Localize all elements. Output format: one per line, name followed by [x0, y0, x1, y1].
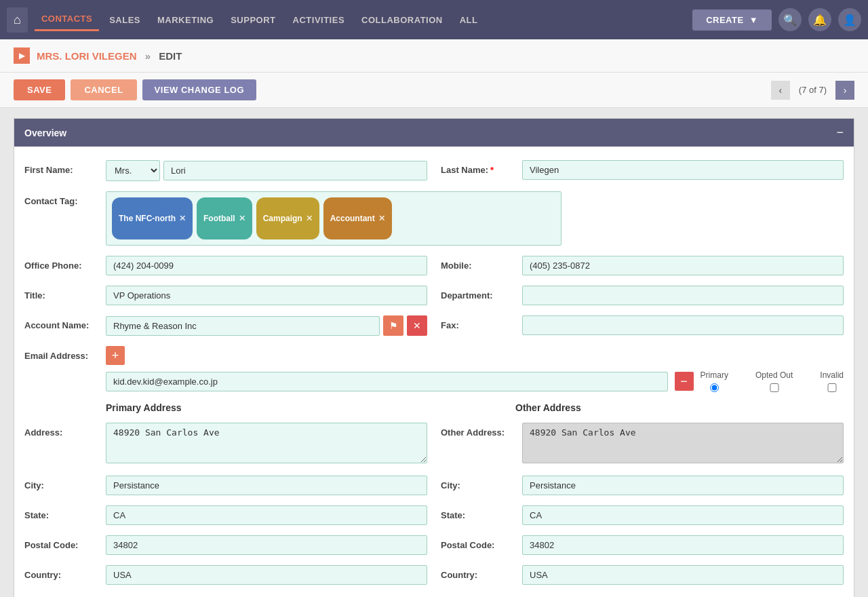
account-select-button[interactable]: ⚑: [383, 315, 403, 336]
fax-value: [522, 315, 844, 335]
tag-campaign[interactable]: Campaign ✕: [256, 197, 319, 239]
account-name-input[interactable]: [106, 316, 380, 336]
required-indicator: *: [490, 165, 494, 175]
primary-address-value: 48920 San Carlos Ave: [106, 423, 427, 465]
title-col: Title:: [24, 286, 427, 305]
email-invalid-checkbox[interactable]: [827, 383, 837, 392]
nav-sales[interactable]: SALES: [102, 9, 147, 31]
email-invalid-option: Invalid: [820, 370, 844, 392]
nav-collaboration[interactable]: COLLABORATION: [355, 9, 450, 31]
tag-football-label: Football: [203, 214, 235, 223]
nav-all[interactable]: ALL: [453, 9, 485, 31]
tag-football-remove[interactable]: ✕: [239, 214, 245, 223]
title-input[interactable]: [106, 286, 427, 305]
record-name[interactable]: MRS. LORI VILEGEN: [37, 50, 137, 62]
mobile-value: [522, 256, 844, 275]
last-name-input[interactable]: [522, 160, 844, 180]
remove-email-button[interactable]: −: [675, 372, 694, 391]
collapse-section-button[interactable]: −: [836, 126, 844, 140]
nav-marketing[interactable]: MARKETING: [151, 9, 220, 31]
salutation-select[interactable]: Mrs. Mr. Ms. Dr.: [106, 160, 160, 181]
email-primary-label: Primary: [701, 370, 728, 380]
account-row: Account Name: ⚑ ✕ Fax:: [24, 315, 844, 336]
other-city-col: City:: [441, 476, 844, 495]
previous-page-button[interactable]: ‹: [771, 81, 790, 100]
office-phone-input[interactable]: [106, 256, 427, 275]
department-input[interactable]: [522, 286, 844, 305]
first-name-value: Mrs. Mr. Ms. Dr.: [106, 160, 427, 181]
create-button[interactable]: CREATE ▼: [692, 9, 772, 31]
tag-accountant-label: Accountant: [330, 214, 375, 223]
next-page-button[interactable]: ›: [835, 81, 854, 100]
other-country-input[interactable]: [522, 565, 844, 585]
section-header: Overview −: [14, 119, 854, 147]
add-email-button[interactable]: +: [106, 346, 125, 365]
title-row: Title: Department:: [24, 286, 844, 305]
home-button[interactable]: ⌂: [7, 7, 28, 33]
tags-container[interactable]: The NFC-north ✕ Football ✕ Campaign ✕: [106, 191, 561, 246]
phone-row: Office Phone: Mobile:: [24, 256, 844, 275]
account-name-row: ⚑ ✕: [106, 315, 427, 336]
name-row: First Name: Mrs. Mr. Ms. Dr. Last Name:*: [24, 160, 844, 181]
primary-country-input[interactable]: [106, 565, 427, 585]
primary-postal-input[interactable]: [106, 535, 427, 555]
primary-country-col: Country:: [24, 565, 427, 585]
other-state-input[interactable]: [522, 505, 844, 525]
address-label: Address:: [24, 423, 99, 438]
search-icon-button[interactable]: 🔍: [778, 8, 802, 31]
overview-section: Overview − First Name: Mrs. Mr. Ms. Dr.: [14, 118, 854, 597]
breadcrumb-separator: »: [145, 50, 151, 62]
account-clear-button[interactable]: ✕: [407, 315, 427, 336]
notifications-button[interactable]: 🔔: [808, 8, 831, 31]
primary-city-input[interactable]: [106, 476, 427, 495]
primary-address-header-col: Primary Address: [24, 402, 427, 417]
department-label: Department:: [441, 286, 515, 301]
other-address-col: Other Address: 48920 San Carlos Ave: [441, 423, 844, 465]
other-postal-label: Postal Code:: [441, 535, 515, 550]
tag-football[interactable]: Football ✕: [197, 197, 252, 239]
fax-label: Fax:: [441, 315, 515, 330]
primary-state-input[interactable]: [106, 505, 427, 525]
action-buttons: SAVE CANCEL VIEW CHANGE LOG: [14, 79, 256, 100]
country-row: Country: Country:: [24, 565, 844, 585]
other-city-label: City:: [441, 476, 515, 490]
email-opted-out-checkbox[interactable]: [769, 383, 780, 392]
primary-address-input[interactable]: 48920 San Carlos Ave: [106, 423, 427, 463]
user-profile-button[interactable]: 👤: [838, 8, 861, 31]
nav-contacts[interactable]: CONTACTS: [35, 8, 99, 31]
view-changelog-button[interactable]: VIEW CHANGE LOG: [142, 79, 256, 100]
nav-support[interactable]: SUPPORT: [224, 9, 282, 31]
primary-state-col: State:: [24, 505, 427, 525]
tag-campaign-remove[interactable]: ✕: [306, 214, 313, 223]
nav-activities[interactable]: ACTIVITIES: [286, 9, 352, 31]
other-city-input[interactable]: [522, 476, 844, 495]
primary-address-header: Primary Address: [106, 402, 427, 413]
address-headers-row: Primary Address Other Address: [24, 402, 844, 417]
email-primary-radio[interactable]: [710, 383, 719, 392]
save-button[interactable]: SAVE: [14, 79, 65, 100]
postal-label: Postal Code:: [24, 535, 99, 550]
page-info: (7 of 7): [793, 85, 832, 95]
tag-accountant-remove[interactable]: ✕: [378, 214, 385, 223]
sidebar-toggle-button[interactable]: ▶: [14, 47, 30, 64]
top-navigation: ⌂ CONTACTS SALES MARKETING SUPPORT ACTIV…: [0, 0, 868, 39]
primary-postal-col: Postal Code:: [24, 535, 427, 555]
other-address-value: 48920 San Carlos Ave: [522, 423, 844, 465]
create-dropdown-icon: ▼: [749, 15, 758, 25]
other-state-label: State:: [441, 505, 515, 520]
other-address-input[interactable]: 48920 San Carlos Ave: [522, 423, 844, 463]
first-name-input[interactable]: [163, 161, 427, 180]
fax-input[interactable]: [522, 315, 844, 335]
nav-right: CREATE ▼ 🔍 🔔 👤: [692, 8, 861, 31]
edit-label: EDIT: [159, 50, 182, 62]
email-input[interactable]: [106, 372, 668, 391]
email-value: + − Primary Opted Out: [106, 346, 844, 392]
other-postal-input[interactable]: [522, 535, 844, 555]
other-state-col: State:: [441, 505, 844, 525]
section-title: Overview: [24, 128, 66, 138]
cancel-button[interactable]: CANCEL: [71, 79, 136, 100]
tag-nfc-north-remove[interactable]: ✕: [179, 214, 186, 223]
mobile-input[interactable]: [522, 256, 844, 275]
tag-accountant[interactable]: Accountant ✕: [323, 197, 392, 239]
tag-nfc-north[interactable]: The NFC-north ✕: [112, 197, 193, 239]
